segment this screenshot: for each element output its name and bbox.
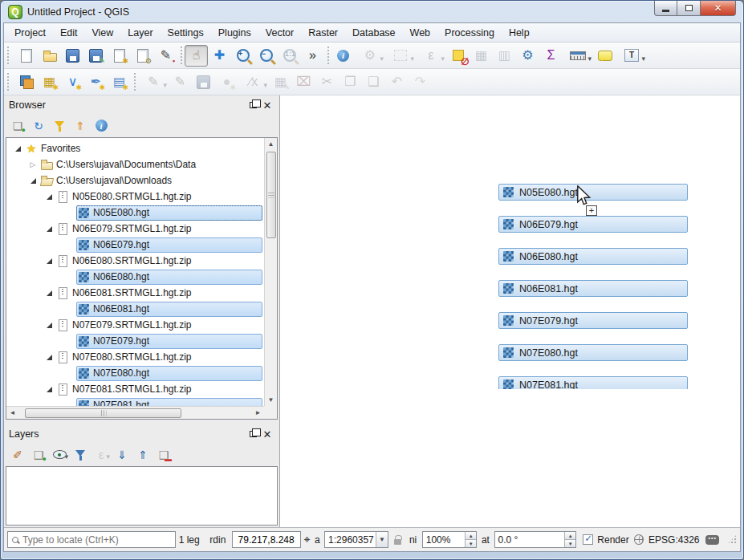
toggle-extents-icon[interactable]: ⌖	[304, 533, 311, 546]
expander-icon[interactable]	[43, 287, 55, 298]
close-button[interactable]: ✕	[700, 1, 736, 16]
new-virtual-layer-button[interactable]: ▤	[108, 71, 131, 93]
locator-search[interactable]	[7, 531, 176, 548]
new-geopackage-layer-button[interactable]: ▦	[38, 71, 61, 93]
drag-item-n06e081[interactable]: N06E081.hgt	[498, 280, 688, 297]
expander-icon[interactable]	[43, 255, 55, 266]
expander-icon[interactable]	[65, 367, 76, 379]
browser-float-button[interactable]	[246, 99, 260, 112]
tree-item-n07e081-hgt[interactable]: N07E081.hgt	[6, 397, 264, 406]
menu-processing[interactable]: Processing	[437, 25, 502, 41]
text-annotation-button[interactable]	[616, 45, 647, 67]
menu-vector[interactable]: Vector	[258, 25, 301, 41]
vertex-tool-button[interactable]: ∕x	[238, 71, 269, 93]
refresh-browser-button[interactable]: ↻	[28, 116, 49, 136]
statistical-summary-button[interactable]: Σ	[539, 45, 563, 67]
layers-list[interactable]	[6, 466, 278, 526]
tree-item-n07e080-zip[interactable]: N07E080.SRTMGL1.hgt.zip	[6, 349, 264, 365]
scale-dropdown-button[interactable]: ▼	[376, 532, 388, 547]
expander-icon[interactable]	[65, 303, 76, 314]
browser-close-button[interactable]: ✕	[260, 99, 274, 112]
expander-icon[interactable]	[27, 159, 39, 170]
coordinate-input[interactable]	[232, 531, 301, 548]
map-canvas[interactable]: N05E080.hgt N06E079.hgt N06E080.hgt	[279, 95, 740, 527]
drag-item-n06e079[interactable]: N06E079.hgt	[498, 216, 688, 233]
spin-up-icon[interactable]: ▲	[466, 532, 476, 540]
measure-line-button[interactable]	[563, 45, 593, 67]
browser-vertical-scrollbar[interactable]: ▲ ▼	[264, 138, 277, 406]
data-source-manager-button[interactable]	[14, 71, 38, 93]
resize-grip-icon[interactable]	[727, 534, 737, 545]
new-print-layout-button[interactable]	[108, 45, 131, 67]
run-feature-action-button[interactable]: ⚙	[355, 45, 385, 67]
deselect-features-button[interactable]	[446, 45, 470, 67]
processing-toolbox-button[interactable]: ⚙	[516, 45, 539, 67]
restore-button[interactable]	[677, 1, 700, 16]
tree-item-n06e080-hgt[interactable]: N06E080.hgt	[6, 269, 264, 285]
menu-web[interactable]: Web	[403, 25, 437, 41]
tree-item-n05e080-zip[interactable]: N05E080.SRTMGL1.hgt.zip	[6, 189, 264, 205]
properties-button[interactable]	[91, 116, 112, 136]
current-edits-button[interactable]: ✎	[138, 71, 169, 93]
tree-item-n07e080-hgt[interactable]: N07E080.hgt	[6, 365, 264, 381]
menu-settings[interactable]: Settings	[161, 25, 211, 41]
expander-icon[interactable]	[65, 207, 76, 218]
collapse-all-layers-button[interactable]: ⇑	[132, 445, 153, 465]
select-by-expression-button[interactable]: ε	[416, 45, 446, 67]
tree-item-n06e080-zip[interactable]: N06E080.SRTMGL1.hgt.zip	[6, 253, 264, 269]
tree-item-favorites[interactable]: Favorites	[6, 140, 264, 156]
cut-features-button[interactable]: ✂	[315, 71, 339, 93]
drag-item-n06e080[interactable]: N06E080.hgt	[498, 248, 688, 265]
expander-icon[interactable]	[43, 351, 55, 363]
tree-item-n06e079-hgt[interactable]: N06E079.hgt	[6, 237, 264, 253]
expand-all-button[interactable]: ⇓	[112, 445, 132, 465]
filter-browser-button[interactable]	[49, 116, 70, 136]
tree-item-n06e081-zip[interactable]: N06E081.SRTMGL1.hgt.zip	[6, 285, 264, 301]
menu-edit[interactable]: Edit	[53, 25, 85, 41]
add-record-button[interactable]: ●	[215, 71, 238, 93]
menu-help[interactable]: Help	[502, 25, 537, 41]
layers-close-button[interactable]: ✕	[260, 428, 274, 440]
menu-raster[interactable]: Raster	[301, 25, 345, 41]
style-manager-button[interactable]: ✎	[154, 45, 177, 67]
pan-to-selection-button[interactable]: ✚	[208, 45, 231, 67]
spin-down-icon[interactable]: ▼	[565, 540, 575, 547]
drag-item-n07e080[interactable]: N07E080.hgt	[498, 344, 688, 361]
remove-layer-button[interactable]: ❑	[153, 445, 174, 465]
drag-item-n07e081[interactable]: N07E081.hgt	[498, 376, 688, 389]
spin-up-icon[interactable]: ▲	[565, 532, 575, 540]
expander-icon[interactable]	[27, 175, 39, 186]
scroll-down-icon[interactable]: ▼	[265, 394, 277, 406]
manage-map-themes-button[interactable]	[49, 445, 70, 465]
filter-by-expression-button[interactable]: ε	[91, 445, 112, 465]
filter-legend-button[interactable]	[70, 445, 91, 465]
menu-database[interactable]: Database	[345, 25, 403, 41]
zoom-out-button[interactable]	[254, 45, 278, 67]
tree-item-n06e081-hgt[interactable]: N06E081.hgt	[6, 301, 264, 317]
new-project-button[interactable]	[14, 45, 38, 67]
render-toggle[interactable]: Render	[583, 534, 628, 546]
layers-float-button[interactable]	[246, 428, 260, 440]
collapse-all-button[interactable]: ⇑	[70, 116, 91, 136]
expander-icon[interactable]	[43, 223, 55, 234]
tree-item-documents-data[interactable]: C:\Users\ujaval\Documents\Data	[6, 156, 264, 172]
open-attribute-table-button[interactable]: ▦	[470, 45, 493, 67]
scroll-right-icon[interactable]: ►	[252, 407, 264, 419]
minimize-button[interactable]	[654, 1, 677, 16]
open-project-button[interactable]	[38, 45, 61, 67]
delete-selected-button[interactable]: ⌧	[292, 71, 315, 93]
tree-item-downloads[interactable]: C:\Users\ujaval\Downloads	[6, 172, 264, 189]
new-shapefile-layer-button[interactable]: ∨	[61, 71, 84, 93]
save-layer-edits-button[interactable]	[192, 71, 215, 93]
lock-scale-icon[interactable]	[394, 539, 402, 545]
save-project-as-button[interactable]	[84, 45, 108, 67]
map-tips-button[interactable]	[593, 45, 616, 67]
expander-icon[interactable]	[65, 400, 76, 406]
show-layout-manager-button[interactable]	[131, 45, 154, 67]
expander-icon[interactable]	[65, 335, 76, 347]
zoom-native-button[interactable]	[278, 45, 301, 67]
crs-status[interactable]: EPSG:4326	[648, 534, 699, 546]
scale-combobox[interactable]: 1:2960357 ▼	[324, 531, 388, 548]
horizontal-scroll-thumb[interactable]	[25, 408, 181, 418]
open-field-calculator-button[interactable]: ▥	[493, 45, 516, 67]
